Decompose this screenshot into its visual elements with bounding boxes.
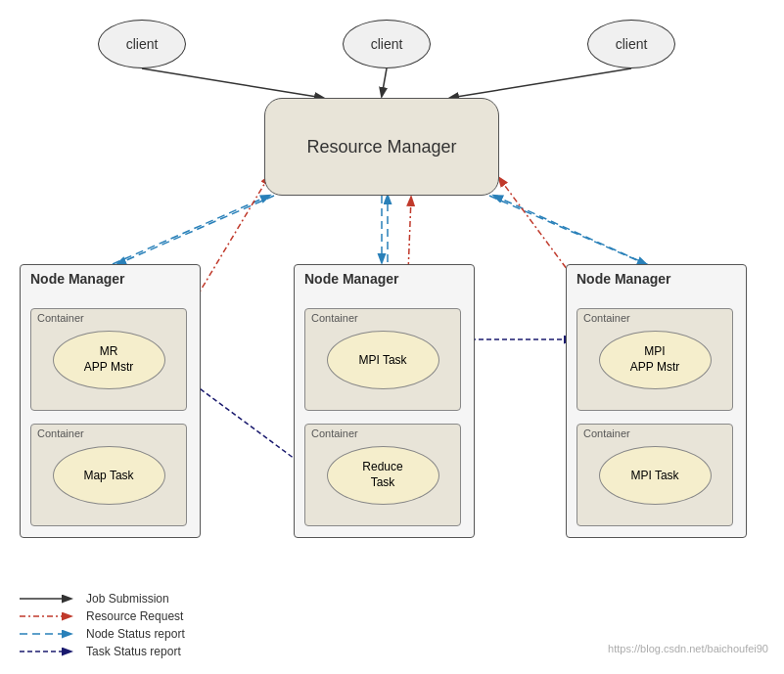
node-manager-right: Node Manager Container MPIAPP Mstr Conta… xyxy=(566,264,747,538)
mpi-task-center-oval: MPI Task xyxy=(327,331,439,389)
client-right: client xyxy=(587,20,675,68)
svg-line-3 xyxy=(117,196,274,264)
svg-line-1 xyxy=(382,68,387,96)
node-manager-left-title: Node Manager xyxy=(21,265,200,291)
mpi-app-mstr-oval: MPIAPP Mstr xyxy=(599,331,712,389)
reduce-task-oval: ReduceTask xyxy=(327,446,439,505)
mpi-task-right-oval: MPI Task xyxy=(599,446,712,505)
client-left: client xyxy=(98,20,186,68)
legend: Job Submission Resource Request Node Sta… xyxy=(20,592,185,658)
watermark: https://blog.csdn.net/baichoufei90 xyxy=(608,643,768,654)
node-manager-center-title: Node Manager xyxy=(295,265,474,291)
legend-task-status: Task Status report xyxy=(20,645,185,658)
svg-line-7 xyxy=(489,196,646,264)
node-manager-center: Node Manager Container MPI Task Containe… xyxy=(294,264,475,538)
map-task-oval: Map Task xyxy=(53,446,165,505)
client-center: client xyxy=(343,20,431,68)
node-manager-right-title: Node Manager xyxy=(567,265,746,291)
legend-node-status: Node Status report xyxy=(20,627,185,641)
legend-job-submission: Job Submission xyxy=(20,592,185,606)
mr-app-mstr-oval: MRAPP Mstr xyxy=(53,331,165,389)
node-manager-left: Node Manager Container MRAPP Mstr Contai… xyxy=(20,264,201,538)
svg-line-8 xyxy=(494,196,651,266)
svg-line-0 xyxy=(142,68,323,98)
diagram: client client client Resource Manager No… xyxy=(0,0,784,674)
legend-resource-request: Resource Request xyxy=(20,609,185,623)
svg-line-4 xyxy=(113,196,269,264)
resource-manager: Resource Manager xyxy=(264,98,499,196)
svg-line-2 xyxy=(450,68,631,98)
